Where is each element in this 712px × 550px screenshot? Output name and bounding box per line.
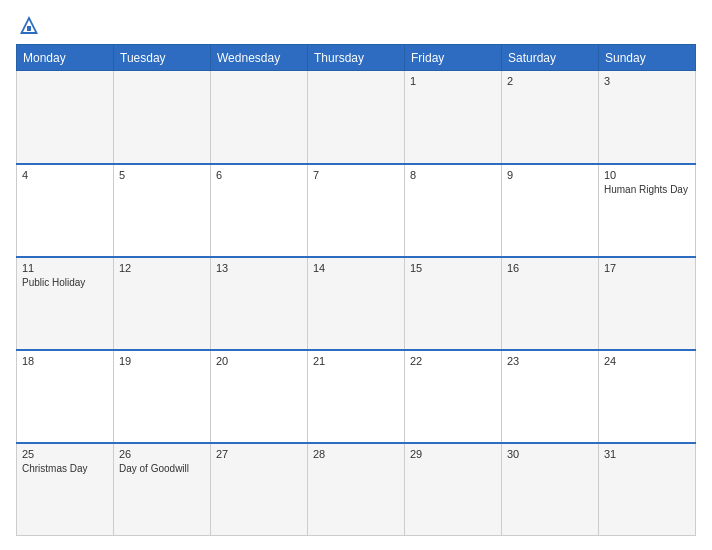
logo xyxy=(16,14,40,36)
calendar-cell: 4 xyxy=(17,164,114,257)
day-number: 8 xyxy=(410,169,496,181)
day-number: 28 xyxy=(313,448,399,460)
calendar-event: Day of Goodwill xyxy=(119,462,205,475)
day-number: 29 xyxy=(410,448,496,460)
calendar-page: MondayTuesdayWednesdayThursdayFridaySatu… xyxy=(0,0,712,550)
calendar-cell: 22 xyxy=(405,350,502,443)
calendar-week-row: 25Christmas Day26Day of Goodwill27282930… xyxy=(17,443,696,536)
day-number: 2 xyxy=(507,75,593,87)
day-number: 6 xyxy=(216,169,302,181)
calendar-cell: 3 xyxy=(599,71,696,164)
calendar-cell: 21 xyxy=(308,350,405,443)
calendar-cell: 12 xyxy=(114,257,211,350)
day-number: 10 xyxy=(604,169,690,181)
calendar-cell: 31 xyxy=(599,443,696,536)
day-number: 20 xyxy=(216,355,302,367)
calendar-cell: 20 xyxy=(211,350,308,443)
calendar-cell: 18 xyxy=(17,350,114,443)
calendar-cell: 5 xyxy=(114,164,211,257)
svg-rect-2 xyxy=(27,26,31,31)
calendar-table: MondayTuesdayWednesdayThursdayFridaySatu… xyxy=(16,44,696,536)
calendar-cell: 19 xyxy=(114,350,211,443)
calendar-cell: 11Public Holiday xyxy=(17,257,114,350)
calendar-cell: 30 xyxy=(502,443,599,536)
calendar-cell: 10Human Rights Day xyxy=(599,164,696,257)
day-number: 26 xyxy=(119,448,205,460)
weekday-header-tuesday: Tuesday xyxy=(114,45,211,71)
calendar-cell: 28 xyxy=(308,443,405,536)
calendar-week-row: 123 xyxy=(17,71,696,164)
calendar-cell: 9 xyxy=(502,164,599,257)
calendar-week-row: 18192021222324 xyxy=(17,350,696,443)
day-number: 25 xyxy=(22,448,108,460)
day-number: 19 xyxy=(119,355,205,367)
calendar-event: Human Rights Day xyxy=(604,183,690,196)
weekday-header-wednesday: Wednesday xyxy=(211,45,308,71)
calendar-cell xyxy=(17,71,114,164)
day-number: 12 xyxy=(119,262,205,274)
calendar-cell xyxy=(211,71,308,164)
day-number: 14 xyxy=(313,262,399,274)
day-number: 9 xyxy=(507,169,593,181)
calendar-cell: 16 xyxy=(502,257,599,350)
day-number: 1 xyxy=(410,75,496,87)
weekday-header-saturday: Saturday xyxy=(502,45,599,71)
day-number: 18 xyxy=(22,355,108,367)
calendar-cell: 7 xyxy=(308,164,405,257)
calendar-week-row: 45678910Human Rights Day xyxy=(17,164,696,257)
day-number: 5 xyxy=(119,169,205,181)
day-number: 15 xyxy=(410,262,496,274)
day-number: 22 xyxy=(410,355,496,367)
weekday-header-sunday: Sunday xyxy=(599,45,696,71)
calendar-week-row: 11Public Holiday121314151617 xyxy=(17,257,696,350)
calendar-cell: 25Christmas Day xyxy=(17,443,114,536)
calendar-cell: 29 xyxy=(405,443,502,536)
day-number: 7 xyxy=(313,169,399,181)
day-number: 23 xyxy=(507,355,593,367)
calendar-cell: 23 xyxy=(502,350,599,443)
calendar-cell: 27 xyxy=(211,443,308,536)
weekday-header-thursday: Thursday xyxy=(308,45,405,71)
day-number: 11 xyxy=(22,262,108,274)
calendar-cell xyxy=(114,71,211,164)
day-number: 27 xyxy=(216,448,302,460)
day-number: 30 xyxy=(507,448,593,460)
calendar-cell: 2 xyxy=(502,71,599,164)
calendar-event: Christmas Day xyxy=(22,462,108,475)
day-number: 24 xyxy=(604,355,690,367)
day-number: 31 xyxy=(604,448,690,460)
calendar-cell xyxy=(308,71,405,164)
day-number: 3 xyxy=(604,75,690,87)
calendar-cell: 26Day of Goodwill xyxy=(114,443,211,536)
weekday-header-monday: Monday xyxy=(17,45,114,71)
calendar-cell: 17 xyxy=(599,257,696,350)
day-number: 13 xyxy=(216,262,302,274)
day-number: 4 xyxy=(22,169,108,181)
calendar-cell: 1 xyxy=(405,71,502,164)
day-number: 17 xyxy=(604,262,690,274)
logo-icon xyxy=(18,14,40,36)
header xyxy=(16,14,696,36)
weekday-header-row: MondayTuesdayWednesdayThursdayFridaySatu… xyxy=(17,45,696,71)
calendar-cell: 8 xyxy=(405,164,502,257)
calendar-cell: 6 xyxy=(211,164,308,257)
calendar-cell: 14 xyxy=(308,257,405,350)
calendar-cell: 24 xyxy=(599,350,696,443)
day-number: 21 xyxy=(313,355,399,367)
calendar-cell: 13 xyxy=(211,257,308,350)
calendar-cell: 15 xyxy=(405,257,502,350)
weekday-header-friday: Friday xyxy=(405,45,502,71)
day-number: 16 xyxy=(507,262,593,274)
calendar-event: Public Holiday xyxy=(22,276,108,289)
